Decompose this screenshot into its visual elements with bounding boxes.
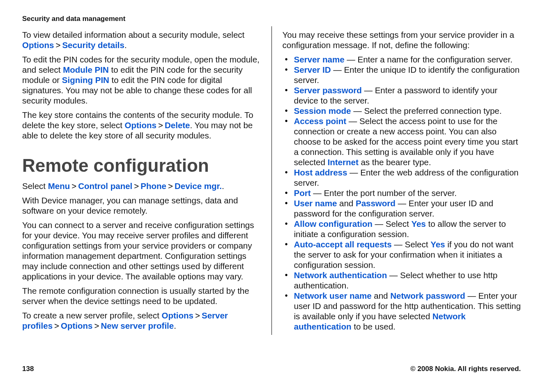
settings-item: Network user name and Network password —… [283,291,521,332]
setting-inline-link[interactable]: Yes [430,240,445,249]
settings-item: Auto-accept all requests — Select Yes if… [283,239,521,270]
link-options[interactable]: Options [162,311,193,320]
page-number: 138 [22,365,34,373]
settings-item: Server name — Enter a name for the confi… [283,54,521,65]
setting-label-secondary[interactable]: Password [356,198,396,208]
separator-gt: > [156,120,165,130]
para-key-store: The key store contains the contents of t… [22,110,261,141]
setting-description: — Select [373,219,412,228]
settings-item: Port — Enter the port number of the serv… [283,188,521,198]
text: . [124,40,127,50]
text: . [222,181,224,191]
settings-item: Server password — Enter a password to id… [283,85,521,106]
setting-label[interactable]: User name [294,198,337,208]
para-new-server-profile: To create a new server profile, select O… [22,310,261,331]
text: . [174,321,176,330]
link-device-mgr[interactable]: Device mgr. [175,181,222,191]
link-delete[interactable]: Delete [165,120,190,130]
content-columns: To view detailed information about a sec… [22,26,521,335]
setting-label[interactable]: Server password [294,85,362,95]
setting-label[interactable]: Host address [294,168,347,177]
setting-label[interactable]: Port [294,188,311,198]
setting-inline-link[interactable]: Internet [328,157,359,167]
separator-gt: > [193,311,202,320]
left-column: To view detailed information about a sec… [22,26,261,335]
settings-item: Access point — Select the access point t… [283,116,521,167]
setting-description: — Enter a name for the configuration ser… [345,55,513,64]
setting-label[interactable]: Server ID [294,65,331,74]
link-options[interactable]: Options [22,40,54,50]
text: and [337,198,356,208]
link-options[interactable]: Options [125,120,156,130]
setting-description: to be used. [352,322,396,331]
right-column: You may receive these settings from your… [272,26,521,335]
para-settings-intro: You may receive these settings from your… [283,30,521,50]
separator-gt: > [70,181,78,191]
page-footer: 138 © 2008 Nokia. All rights reserved. [22,365,521,373]
setting-label[interactable]: Server name [294,55,345,64]
setting-description: — Select [392,240,431,249]
settings-list: Server name — Enter a name for the confi… [283,54,521,332]
setting-label-secondary[interactable]: Network password [390,291,465,300]
text: To view detailed information about a sec… [22,30,244,39]
link-new-server-profile[interactable]: New server profile [101,321,174,330]
separator-gt: > [54,40,62,50]
separator-gt: > [132,181,140,191]
setting-label[interactable]: Network user name [294,291,372,300]
settings-item: Network authentication — Select whether … [283,270,521,291]
setting-label[interactable]: Session mode [294,106,351,115]
setting-inline-link[interactable]: Yes [411,219,426,228]
separator-gt: > [53,321,61,330]
para-device-manager: With Device manager, you can manage sett… [22,195,261,216]
link-control-panel[interactable]: Control panel [78,181,132,191]
text: and [372,291,391,300]
para-remote-connection: The remote configuration connection is u… [22,286,261,306]
settings-item: Session mode — Select the preferred conn… [283,106,521,116]
separator-gt: > [166,181,175,191]
link-menu[interactable]: Menu [48,181,70,191]
setting-label[interactable]: Auto-accept all requests [294,240,392,249]
settings-item: Host address — Enter the web address of … [283,167,521,188]
para-select-path: Select Menu>Control panel>Phone>Device m… [22,181,261,191]
copyright: © 2008 Nokia. All rights reserved. [410,365,521,373]
link-module-pin[interactable]: Module PIN [63,65,109,74]
text: To create a new server profile, select [22,311,162,320]
setting-description: — Select the preferred connection type. [351,106,502,115]
setting-label[interactable]: Network authentication [294,270,387,280]
heading-remote-configuration: Remote configuration [22,154,261,177]
separator-gt: > [92,321,101,330]
para-security-details: To view detailed information about a sec… [22,30,261,50]
text: Select [22,181,48,191]
para-connect-server: You can connect to a server and receive … [22,220,261,281]
link-options[interactable]: Options [61,321,92,330]
link-security-details[interactable]: Security details [62,40,124,50]
setting-description: — Enter the port number of the server. [311,188,457,198]
setting-description: as the bearer type. [359,157,431,167]
link-phone[interactable]: Phone [140,181,166,191]
settings-item: User name and Password — Enter your user… [283,198,521,219]
settings-item: Server ID — Enter the unique ID to ident… [283,65,521,85]
para-edit-pin: To edit the PIN codes for the security m… [22,54,261,106]
link-signing-pin[interactable]: Signing PIN [62,75,109,85]
setting-label[interactable]: Access point [294,116,347,126]
settings-item: Allow configuration — Select Yes to allo… [283,219,521,239]
page-header: Security and data management [22,15,521,23]
setting-label[interactable]: Allow configuration [294,219,373,228]
